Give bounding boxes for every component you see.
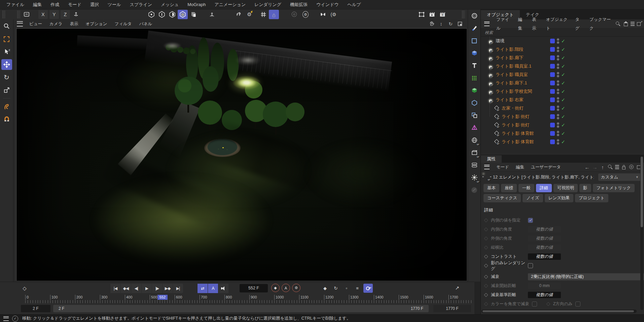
edit-render-settings-icon[interactable]: ⚙ — [437, 10, 448, 19]
sky-object-icon[interactable]: ST — [469, 135, 479, 145]
light-object-icon[interactable]: ST — [488, 55, 493, 61]
axis-z-button[interactable]: Z — [61, 10, 70, 19]
autokey-toggle-button[interactable]: A — [282, 284, 290, 292]
axis-cube-icon[interactable] — [71, 10, 81, 19]
visibility-dots[interactable] — [557, 139, 559, 145]
prev-frame-button[interactable]: ◀| — [131, 284, 141, 293]
attr-tab[interactable]: フォトメトリック — [593, 184, 635, 192]
keyframe-diamond-icon[interactable] — [484, 246, 488, 250]
enabled-check-icon[interactable]: ✓ — [561, 89, 565, 94]
orbit-icon[interactable]: ↻ — [448, 21, 454, 27]
visibility-dots[interactable] — [557, 72, 559, 77]
enabled-check-icon[interactable]: ✓ — [561, 106, 565, 111]
object-row[interactable]: ST ライト影 体育館 ✓ — [481, 137, 644, 146]
layer-color-chip[interactable] — [550, 123, 555, 127]
object-row[interactable]: ST ライト影 街灯 ✓ — [481, 121, 644, 129]
filter-icon[interactable] — [615, 164, 619, 170]
light-object-icon[interactable]: ST — [488, 80, 493, 86]
enable-axis-icon[interactable] — [207, 10, 217, 19]
layer-color-chip[interactable] — [550, 81, 555, 85]
mode-edge-icon[interactable] — [167, 10, 177, 19]
visibility-dots[interactable] — [557, 64, 559, 69]
lens-tool-icon[interactable] — [469, 11, 479, 21]
zoom-tool[interactable] — [1, 21, 12, 32]
layer-color-chip[interactable] — [550, 72, 555, 77]
object-row[interactable]: ST ライト影.廊下.1 ✓ — [481, 79, 644, 87]
menu-item[interactable]: スプライン — [125, 0, 156, 9]
visibility-dots[interactable] — [557, 89, 559, 94]
visibility-dots[interactable] — [557, 122, 559, 128]
search-icon[interactable] — [607, 164, 613, 170]
enabled-check-icon[interactable]: ✓ — [561, 38, 565, 44]
axis-x-button[interactable]: X — [38, 10, 48, 19]
viewport-menu-item[interactable]: カメラ — [46, 19, 66, 28]
menu-item[interactable]: アニメーション — [210, 0, 250, 9]
enabled-check-icon[interactable]: ✓ — [561, 122, 565, 128]
play-button[interactable]: ▶ — [142, 284, 152, 293]
menu-item[interactable]: レンダリング — [250, 0, 286, 9]
cloner-object-icon[interactable] — [469, 73, 479, 83]
viewport-menu-item[interactable]: パネル — [136, 19, 156, 28]
keyframe-diamond-icon[interactable] — [484, 255, 488, 259]
figure-object-icon[interactable] — [469, 85, 479, 95]
pyramid-object-icon[interactable] — [469, 123, 479, 133]
menu-item[interactable]: MoGraph — [183, 0, 210, 9]
render-gear-icon[interactable]: ⚙ — [300, 10, 311, 19]
layer-color-chip[interactable] — [550, 55, 555, 60]
visibility-dots[interactable] — [557, 38, 559, 44]
viewport-menu-item[interactable]: オプション — [82, 19, 111, 28]
goto-end-button[interactable]: ▶| — [173, 284, 183, 293]
snap-grid-icon[interactable] — [258, 10, 269, 19]
attr-tab[interactable]: 詳細 — [536, 184, 552, 192]
enabled-check-icon[interactable]: ✓ — [561, 80, 565, 86]
object-row[interactable]: ST ライト影 学校玄関 ✓ — [481, 87, 644, 95]
light-object-icon[interactable]: ST — [488, 72, 493, 77]
checkbox[interactable] — [528, 263, 533, 268]
content-browser-icon[interactable] — [22, 10, 32, 19]
lock-icon[interactable] — [621, 164, 627, 170]
filter-icon[interactable] — [631, 21, 635, 27]
object-row[interactable]: ST ライト影 体育館 ✓ — [481, 129, 644, 137]
mode-polygon-icon[interactable] — [178, 10, 188, 19]
next-key-button[interactable]: ▶◆ — [163, 284, 173, 293]
menu-item[interactable]: ツール — [103, 0, 126, 9]
render-view-icon[interactable] — [417, 10, 427, 19]
keyframe-settings-button[interactable]: ⚙ — [292, 284, 300, 292]
panel-menu-icon[interactable] — [484, 22, 490, 26]
menu-item[interactable]: ウインドウ — [312, 0, 343, 9]
object-search-input[interactable] — [484, 30, 641, 35]
visibility-dots[interactable] — [557, 131, 559, 136]
attr-tab[interactable]: 基本 — [484, 184, 499, 192]
attr-tab[interactable]: コースティクス — [484, 194, 521, 202]
panel-menu-icon[interactable] — [484, 165, 490, 169]
viewport-menu-item[interactable]: 表示 — [66, 19, 82, 28]
layer-color-chip[interactable] — [550, 97, 555, 102]
scale-tool[interactable] — [1, 85, 12, 95]
viewport-menu-icon[interactable] — [17, 21, 23, 27]
loop-playback-button[interactable]: ⇄ — [198, 284, 208, 293]
attr-tab[interactable]: 可視照明 — [553, 184, 578, 192]
mode-object-icon[interactable] — [157, 10, 167, 19]
current-frame-marker[interactable]: 552 — [157, 295, 168, 300]
light-object-icon[interactable]: ST — [469, 172, 479, 183]
maximize-view-icon[interactable] — [457, 21, 463, 27]
visibility-dots[interactable] — [557, 114, 559, 119]
am-menu-item[interactable]: ユーザーデータ — [528, 163, 564, 171]
enabled-check-icon[interactable]: ✓ — [561, 55, 565, 61]
layer-color-chip[interactable] — [550, 39, 555, 43]
enabled-check-icon[interactable]: ✓ — [561, 64, 565, 69]
magnet-tool[interactable] — [1, 114, 12, 125]
object-row[interactable]: ST ライト影 職員室.1 ✓ — [481, 62, 644, 70]
home-icon[interactable] — [623, 21, 629, 27]
am-menu-item[interactable]: 編集 — [512, 163, 528, 171]
light-object-icon[interactable]: ST — [488, 38, 493, 44]
rotate-tool[interactable]: ↻ — [1, 72, 12, 83]
play-all-frames-button[interactable]: A — [208, 284, 218, 293]
light-object-icon[interactable]: ST — [488, 88, 493, 94]
modeling-settings-icon[interactable]: (⚙ — [328, 10, 338, 19]
search-icon[interactable] — [615, 21, 621, 27]
record-scale-button[interactable]: ▫ — [342, 284, 351, 293]
value-field[interactable]: 複数の値 — [528, 292, 561, 298]
layer-color-chip[interactable] — [550, 106, 555, 111]
spot-light-icon[interactable]: ST — [494, 130, 499, 136]
